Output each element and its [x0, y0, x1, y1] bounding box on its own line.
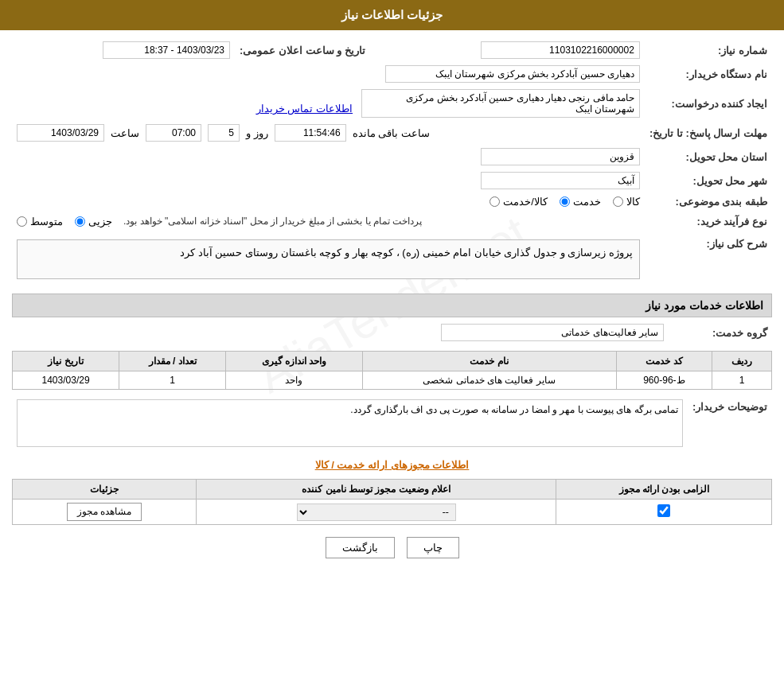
delivery-city-label: شهر محل تحویل: [645, 169, 772, 192]
process-option-mutawaset-label: متوسط [30, 216, 63, 227]
permits-header-row: الزامی بودن ارائه مجوز اعلام وضعیت مجوز … [13, 480, 772, 500]
process-option-jozi[interactable]: جزیی [75, 216, 112, 227]
process-type-label: نوع فرآیند خرید: [645, 211, 772, 231]
cell-permit-details: مشاهده مجوز [13, 500, 197, 525]
buyer-name-row: نام دستگاه خریدار: دهیاری حسین آبادکرد ب… [12, 62, 772, 86]
process-option-mutawaset[interactable]: متوسط [17, 216, 63, 227]
response-time-display: 07:00 [146, 124, 201, 142]
cell-row-num: 1 [712, 371, 772, 390]
info-table: شماره نیاز: 1103102216000002 تاریخ و ساع… [12, 38, 772, 287]
description-label: شرح کلی نیاز: [645, 231, 772, 287]
service-group-label: گروه خدمت: [669, 321, 772, 344]
response-time-label: ساعت [111, 127, 139, 139]
announce-date-label: تاریخ و ساعت اعلان عمومی: [235, 38, 370, 62]
remaining-time-label: ساعت باقی مانده [353, 127, 430, 139]
need-number-label: شماره نیاز: [645, 38, 772, 62]
permits-section-title[interactable]: اطلاعات مجوزهای ارائه خدمت / کالا [12, 459, 772, 471]
category-label: طبقه بندی موضوعی: [645, 192, 772, 211]
category-radio-kala[interactable] [613, 196, 623, 207]
cell-service-code: ط-96-960 [616, 371, 712, 390]
buyer-name-label: نام دستگاه خریدار: [645, 62, 772, 86]
col-service-code: کد خدمت [616, 352, 712, 371]
permits-section-title-wrapper: اطلاعات مجوزهای ارائه خدمت / کالا [12, 459, 772, 471]
footer-buttons: چاپ بازگشت [12, 537, 772, 558]
service-group-table: گروه خدمت: سایر فعالیت‌های خدماتی [12, 321, 772, 344]
col-row-num: ردیف [712, 352, 772, 371]
buyer-notes-table: توضیحات خریدار: تمامی برگه های پیوست با … [12, 396, 772, 453]
requester-value: حامد مافی رنجی دهیار دهیاری حسین آبادکرد… [12, 86, 645, 121]
process-radio-jozi[interactable] [75, 216, 85, 227]
permits-table-head: الزامی بودن ارائه مجوز اعلام وضعیت مجوز … [13, 480, 772, 500]
table-row: 1 ط-96-960 سایر فعالیت های خدماتی شخصی و… [13, 371, 772, 390]
response-deadline-row: مهلت ارسال پاسخ: تا تاریخ: 1403/03/29 سا… [12, 121, 772, 145]
page-header: جزئیات اطلاعات نیاز [0, 0, 784, 30]
response-deadline-label: مهلت ارسال پاسخ: تا تاریخ: [645, 121, 772, 145]
description-display: پروژه زیرسازی و جدول گذاری خیابان امام خ… [17, 239, 640, 279]
remaining-days-label: روز و [246, 127, 268, 139]
process-type-value: متوسط جزیی پرداخت تمام یا بخشی از مبلغ خ… [12, 211, 645, 231]
category-option-kala-label: کالا [626, 196, 640, 208]
category-option-kala-khadamat-label: کالا/خدمت [503, 196, 548, 208]
remaining-days-display: 5 [208, 124, 240, 142]
view-permit-button[interactable]: مشاهده مجوز [67, 503, 142, 521]
need-number-row: شماره نیاز: 1103102216000002 تاریخ و ساع… [12, 38, 772, 62]
need-number-value: 1103102216000002 [370, 38, 645, 62]
delivery-province-label: استان محل تحویل: [645, 145, 772, 169]
delivery-city-value: آبیک [12, 169, 645, 192]
description-value: پروژه زیرسازی و جدول گذاری خیابان امام خ… [12, 231, 645, 287]
permits-table: الزامی بودن ارائه مجوز اعلام وضعیت مجوز … [12, 479, 772, 525]
buyer-notes-textarea[interactable]: تمامی برگه های پیوست با مهر و امضا در سا… [17, 399, 683, 447]
announce-date-display: 1403/03/23 - 18:37 [103, 41, 230, 59]
description-row: شرح کلی نیاز: پروژه زیرسازی و جدول گذاری… [12, 231, 772, 287]
need-number-display: 1103102216000002 [481, 41, 640, 59]
cell-unit: واحد [226, 371, 363, 390]
permit-required-checkbox[interactable] [657, 504, 670, 517]
delivery-city-display: آبیک [481, 172, 640, 189]
category-radio-khadamat[interactable] [560, 196, 570, 207]
info-section: شماره نیاز: 1103102216000002 تاریخ و ساع… [12, 38, 772, 558]
service-group-value: سایر فعالیت‌های خدماتی [12, 321, 669, 344]
permits-col-details: جزئیات [13, 480, 197, 500]
process-note: پرداخت تمام یا بخشی از مبلغ خریدار از مح… [120, 214, 425, 228]
buyer-name-value: دهیاری حسین آبادکرد بخش مرکزی شهرستان ای… [12, 62, 645, 86]
buyer-notes-row: توضیحات خریدار: تمامی برگه های پیوست با … [12, 396, 772, 453]
process-option-jozi-label: جزیی [88, 216, 112, 227]
requester-label: ایجاد کننده درخواست: [645, 86, 772, 121]
category-value: کالا/خدمت خدمت کالا [12, 192, 645, 211]
cell-permit-status: -- [197, 500, 556, 525]
delivery-province-value: قزوین [12, 145, 645, 169]
buyer-name-display: دهیاری حسین آبادکرد بخش مرکزی شهرستان ای… [385, 65, 640, 83]
category-option-khadamat-label: خدمت [573, 196, 601, 208]
service-group-row: گروه خدمت: سایر فعالیت‌های خدماتی [12, 321, 772, 344]
category-option-khadamat[interactable]: خدمت [560, 196, 601, 208]
permits-col-status: اعلام وضعیت مجوز توسط نامین کننده [197, 480, 556, 500]
delivery-province-row: استان محل تحویل: قزوین [12, 145, 772, 169]
page-container: جزئیات اطلاعات نیاز AliaTender.net شماره… [0, 0, 784, 696]
services-section-header: اطلاعات خدمات مورد نیاز [12, 294, 772, 317]
remaining-time-display: 11:54:46 [275, 124, 346, 142]
cell-permit-required [556, 500, 772, 525]
col-unit: واحد اندازه گیری [226, 352, 363, 371]
main-content: AliaTender.net شماره نیاز: 1103102216000… [0, 30, 784, 578]
category-row: طبقه بندی موضوعی: کالا/خدمت خدمت [12, 192, 772, 211]
services-table-body: 1 ط-96-960 سایر فعالیت های خدماتی شخصی و… [13, 371, 772, 390]
col-quantity: تعداد / مقدار [119, 352, 226, 371]
category-option-kala[interactable]: کالا [613, 196, 640, 208]
col-service-name: نام خدمت [362, 352, 616, 371]
requester-display: حامد مافی رنجی دهیار دهیاری حسین آبادکرد… [361, 89, 640, 118]
back-button[interactable]: بازگشت [326, 537, 395, 558]
contact-info-link[interactable]: اطلاعات تماس خریدار [256, 103, 353, 115]
cell-service-name: سایر فعالیت های خدماتی شخصی [362, 371, 616, 390]
services-data-table: ردیف کد خدمت نام خدمت واحد اندازه گیری ت… [12, 351, 772, 390]
response-date-display: 1403/03/29 [17, 124, 104, 142]
permit-status-select[interactable]: -- [297, 504, 456, 521]
col-date: تاریخ نیاز [13, 352, 119, 371]
response-deadline-values: 1403/03/29 ساعت 07:00 5 روز و 11:54:46 س… [12, 121, 645, 145]
services-table-head: ردیف کد خدمت نام خدمت واحد اندازه گیری ت… [13, 352, 772, 371]
process-radio-mutawaset[interactable] [17, 216, 27, 227]
print-button[interactable]: چاپ [407, 537, 459, 558]
table-row: -- مشاهده مجوز [13, 500, 772, 525]
services-table-header-row: ردیف کد خدمت نام خدمت واحد اندازه گیری ت… [13, 352, 772, 371]
category-option-kala-khadamat[interactable]: کالا/خدمت [490, 196, 548, 208]
category-radio-kala-khadamat[interactable] [490, 196, 500, 207]
